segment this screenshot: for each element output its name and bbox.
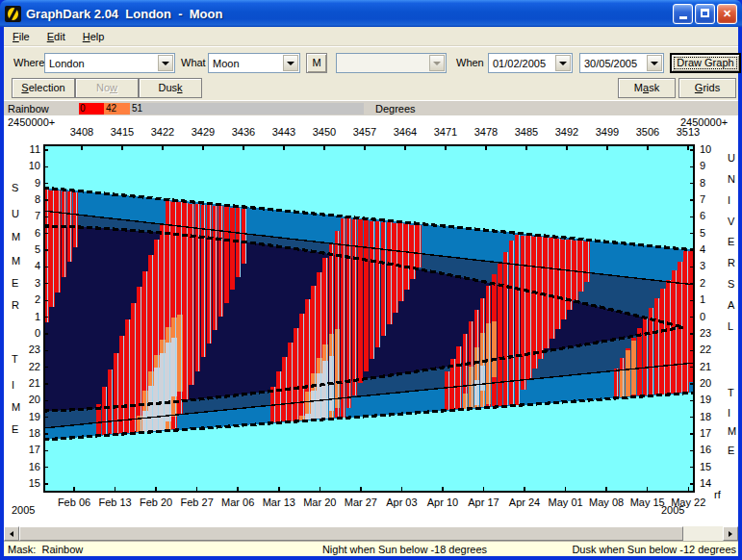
draw-graph-button[interactable]: Draw Graph — [670, 53, 741, 73]
what-combobox[interactable]: Moon — [208, 53, 300, 73]
what-dropdown-button[interactable] — [283, 55, 298, 71]
date-from-combobox[interactable]: 01/02/2005 — [488, 53, 573, 73]
axis-tick-label: E — [12, 423, 18, 435]
legend-stop-value: 42 — [106, 103, 116, 114]
axis-tick-label: Feb 20 — [135, 496, 177, 508]
menu-bar: File Edit Help — [4, 27, 738, 46]
axis-tick-label: 0 — [19, 327, 40, 339]
axis-tick-label: 2 — [19, 293, 40, 305]
axis-tick-label: 15 — [19, 477, 40, 489]
where-label: Where — [13, 57, 44, 68]
axis-tick-label: 3429 — [189, 126, 217, 138]
extra-combobox — [336, 53, 447, 73]
axis-tick-label: Apr 10 — [422, 496, 464, 508]
menu-edit[interactable]: Edit — [38, 29, 74, 44]
axis-tick-label: T — [728, 387, 734, 398]
legend-values: 04251 — [79, 103, 364, 115]
date-to-combobox[interactable]: 30/05/2005 — [579, 53, 664, 73]
action-button-row: Selection Now Dusk Mask Grids — [4, 77, 738, 100]
axis-tick-label: 3408 — [67, 126, 96, 138]
toolbar: Where London What Moon M When 01/02/2005… — [4, 46, 738, 77]
date-to-dropdown-button[interactable] — [647, 55, 662, 71]
chevron-down-icon — [433, 62, 441, 65]
horizontal-scrollbar[interactable] — [4, 526, 738, 541]
axis-tick-label: 19 — [19, 411, 40, 422]
chevron-down-icon — [559, 62, 567, 65]
axis-tick-label: 20 — [700, 377, 721, 389]
maximize-button[interactable] — [695, 4, 715, 24]
axis-tick-label: M — [728, 425, 736, 437]
dusk-button[interactable]: Dusk — [139, 78, 202, 98]
menu-help[interactable]: Help — [74, 29, 114, 44]
scroll-left-button[interactable] — [4, 526, 19, 541]
signature-label: rf — [714, 489, 721, 500]
axis-tick-label: 2 — [700, 277, 721, 289]
axis-tick-label: 22 — [700, 344, 721, 355]
selection-button[interactable]: Selection — [12, 78, 75, 98]
axis-tick-label: Mar 20 — [298, 496, 341, 508]
window-title: GraphDark 2.04 London - Moon — [26, 7, 671, 21]
app-icon — [5, 6, 21, 22]
julian-offset-left: 2450000+ — [8, 116, 55, 128]
m-button[interactable]: M — [306, 53, 327, 73]
axis-tick-label: May 01 — [545, 496, 587, 508]
axis-tick-label: 0 — [700, 311, 721, 322]
status-bar: Mask: Rainbow Night when Sun below -18 d… — [4, 541, 738, 556]
axis-tick-label: 3499 — [593, 126, 622, 138]
axis-tick-label: I — [728, 407, 730, 419]
axis-tick-label: 10 — [700, 143, 721, 155]
close-icon: ✕ — [723, 8, 731, 19]
where-value: London — [45, 58, 157, 69]
axis-tick-label: T — [12, 353, 18, 365]
moon-darkness-plot[interactable] — [43, 144, 695, 493]
axis-tick-label: 5 — [700, 227, 721, 239]
plot-svg — [43, 144, 695, 493]
axis-tick-label: 3422 — [148, 126, 177, 138]
close-button[interactable]: ✕ — [717, 4, 737, 24]
graph-panel: 2450000+ 2450000+ 2005 2005 rf 340834153… — [4, 115, 738, 526]
axis-tick-label: Mar 27 — [340, 496, 382, 508]
date-from-dropdown-button[interactable] — [555, 55, 571, 71]
axis-tick-label: 1 — [19, 311, 40, 322]
axis-tick-label: 21 — [19, 377, 40, 389]
date-from-value: 01/02/2005 — [489, 58, 554, 69]
axis-tick-label: I — [12, 379, 14, 391]
axis-tick-label: M — [12, 255, 20, 267]
axis-tick-label: U — [12, 208, 19, 219]
axis-tick-label: 3471 — [431, 126, 460, 138]
minimize-button[interactable] — [673, 4, 693, 24]
scrollbar-track[interactable] — [683, 526, 723, 541]
axis-tick-label: 3436 — [229, 126, 258, 138]
axis-tick-label: M — [12, 401, 20, 413]
axis-tick-label: 7 — [19, 210, 40, 221]
scrollbar-thumb[interactable] — [19, 526, 683, 541]
when-label: When — [456, 57, 484, 68]
mask-button[interactable]: Mask — [618, 78, 676, 98]
axis-tick-label: N — [728, 173, 735, 185]
where-dropdown-button[interactable] — [158, 55, 173, 71]
grids-button[interactable]: Grids — [678, 78, 736, 98]
axis-tick-label: Feb 27 — [176, 496, 218, 508]
chevron-down-icon — [651, 62, 658, 65]
legend-stop-value: 51 — [132, 103, 142, 114]
axis-tick-label: 3443 — [269, 126, 298, 138]
menu-file[interactable]: File — [4, 29, 38, 44]
axis-tick-label: 7 — [700, 193, 721, 205]
axis-tick-label: R — [728, 257, 735, 268]
axis-tick-label: Mar 13 — [258, 496, 300, 508]
what-value: Moon — [209, 58, 282, 69]
axis-tick-label: 16 — [19, 461, 40, 472]
scroll-right-button[interactable] — [723, 526, 738, 541]
title-bar[interactable]: GraphDark 2.04 London - Moon ✕ — [0, 0, 742, 27]
axis-tick-label: 9 — [700, 160, 721, 171]
axis-tick-label: 23 — [19, 344, 40, 355]
status-dusk: Dusk when Sun below -12 degrees — [517, 544, 738, 555]
axis-tick-label: 17 — [19, 444, 40, 455]
axis-tick-label: 11 — [19, 143, 40, 155]
axis-tick-label: 3513 — [674, 126, 703, 138]
axis-tick-label: 18 — [700, 411, 721, 422]
axis-tick-label: 10 — [19, 160, 40, 171]
extra-dropdown-button — [429, 55, 445, 71]
where-combobox[interactable]: London — [44, 53, 175, 73]
axis-tick-label: Apr 24 — [503, 496, 546, 508]
